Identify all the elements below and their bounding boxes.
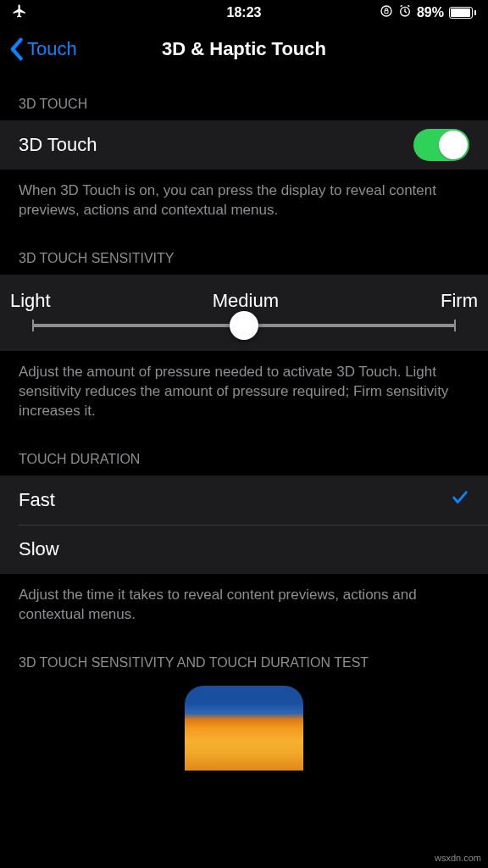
orientation-lock-icon — [380, 4, 393, 21]
back-label: Touch — [27, 38, 77, 60]
content-scroll[interactable]: 3D TOUCH 3D Touch When 3D Touch is on, y… — [0, 73, 488, 771]
test-tile[interactable] — [185, 686, 303, 771]
duration-fast-label: Fast — [19, 489, 55, 511]
slider-thumb[interactable] — [230, 311, 258, 340]
switch-3d-touch[interactable] — [413, 129, 469, 161]
checkmark-icon — [451, 488, 469, 512]
section-header-sensitivity: 3D TOUCH SENSITIVITY — [0, 227, 488, 275]
navigation-bar: Touch 3D & Haptic Touch — [0, 25, 488, 73]
section-footer-duration: Adjust the time it takes to reveal conte… — [0, 574, 488, 632]
section-footer-3d-touch: When 3D Touch is on, you can press the d… — [0, 170, 488, 227]
airplane-icon — [12, 3, 27, 22]
duration-slow-label: Slow — [19, 538, 59, 560]
section-header-duration: TOUCH DURATION — [0, 428, 488, 476]
row-duration-fast[interactable]: Fast — [0, 476, 488, 525]
row-duration-slow[interactable]: Slow — [0, 525, 488, 574]
section-header-test: 3D TOUCH SENSITIVITY AND TOUCH DURATION … — [0, 632, 488, 679]
status-bar: 18:23 89% — [0, 0, 488, 25]
chevron-left-icon — [8, 37, 24, 61]
sensitivity-slider[interactable] — [32, 324, 456, 327]
battery-percent: 89% — [417, 5, 444, 20]
section-header-3d-touch: 3D TOUCH — [0, 73, 488, 120]
slider-label-light: Light — [10, 290, 51, 312]
back-button[interactable]: Touch — [8, 37, 77, 61]
toggle-label: 3D Touch — [19, 134, 97, 156]
section-footer-sensitivity: Adjust the amount of pressure needed to … — [0, 351, 488, 428]
slider-labels: Light Medium Firm — [0, 275, 488, 315]
slider-label-medium: Medium — [213, 290, 279, 312]
slider-label-firm: Firm — [441, 290, 478, 312]
row-3d-touch-toggle[interactable]: 3D Touch — [0, 120, 488, 170]
svg-point-0 — [381, 6, 391, 16]
watermark: wsxdn.com — [435, 853, 481, 863]
battery-icon — [449, 7, 476, 19]
alarm-icon — [398, 4, 412, 21]
